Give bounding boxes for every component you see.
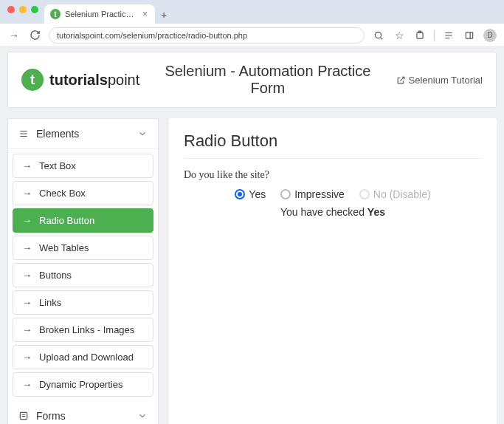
zoom-icon[interactable]: [372, 29, 385, 42]
radio-icon: [235, 189, 245, 199]
accordion-forms[interactable]: Forms: [8, 401, 158, 424]
nav-list: →Text Box→Check Box→Radio Button→Web Tab…: [8, 149, 158, 401]
sidebar-item-radio-button[interactable]: →Radio Button: [13, 208, 153, 233]
sidebar-item-upload-and-download[interactable]: →Upload and Download: [13, 345, 153, 369]
sidebar-item-label: Check Box: [39, 188, 86, 199]
browser-tab[interactable]: t Selenium Practice - Radio Bu ×: [44, 4, 155, 24]
arrow-right-icon: →: [22, 188, 32, 199]
svg-rect-1: [417, 32, 423, 38]
external-link-icon: [396, 75, 406, 85]
radio-label: Impressive: [294, 188, 345, 200]
radio-option-no-disable-: No (Disable): [359, 188, 431, 200]
sidebar-item-label: Links: [39, 297, 61, 308]
page-title: Selenium - Automation Practice Form: [147, 63, 388, 97]
accordion-label: Elements: [36, 128, 79, 140]
window-controls: [4, 0, 44, 24]
result-text: You have checked Yes: [280, 206, 385, 218]
address-bar: → tutorialspoint.com/selenium/practice/r…: [0, 24, 504, 47]
sidebar-item-web-tables[interactable]: →Web Tables: [13, 236, 153, 260]
sidebar-item-label: Dynamic Properties: [39, 379, 122, 390]
browser-tab-bar: t Selenium Practice - Radio Bu × +: [0, 0, 504, 24]
sidebar-item-label: Buttons: [39, 270, 72, 281]
arrow-right-icon: →: [22, 379, 32, 390]
radio-label: Yes: [249, 188, 266, 200]
arrow-right-icon: →: [22, 352, 32, 363]
menu-icon: [18, 129, 29, 139]
question-text: Do you like the site?: [184, 169, 482, 181]
separator: [434, 30, 435, 41]
tutorial-link-label: Selenium Tutorial: [409, 75, 483, 86]
radio-group: YesImpressiveNo (Disable): [235, 188, 430, 200]
tutorial-link[interactable]: Selenium Tutorial: [396, 75, 483, 86]
accordion-label: Forms: [36, 410, 66, 422]
arrow-right-icon: →: [22, 242, 32, 253]
main-content: Radio Button Do you like the site? YesIm…: [169, 118, 497, 424]
close-window-button[interactable]: [7, 6, 15, 13]
chevron-down-icon: [137, 411, 148, 421]
brand-text: tutorialspoint: [49, 72, 139, 89]
form-icon: [18, 411, 29, 421]
sidebar-item-broken-links-images[interactable]: →Broken Links - Images: [13, 318, 153, 342]
arrow-right-icon: →: [22, 160, 32, 171]
minimize-window-button[interactable]: [19, 6, 27, 13]
arrow-right-icon: →: [22, 270, 32, 281]
reload-button[interactable]: [28, 29, 41, 42]
radio-label: No (Disable): [373, 188, 431, 200]
brand-logo-icon: t: [21, 69, 44, 91]
new-tab-button[interactable]: +: [155, 9, 173, 24]
maximize-window-button[interactable]: [31, 6, 38, 13]
radio-option-impressive[interactable]: Impressive: [280, 188, 345, 200]
chevron-down-icon: [137, 129, 148, 139]
sidebar-item-links[interactable]: →Links: [13, 290, 153, 315]
radio-icon: [359, 189, 370, 199]
sidebar-item-label: Web Tables: [39, 242, 89, 253]
sidebar-item-check-box[interactable]: →Check Box: [13, 181, 153, 205]
extensions-icon[interactable]: [413, 29, 427, 42]
url-text: tutorialspoint.com/selenium/practice/rad…: [57, 31, 247, 40]
sidebar-item-dynamic-properties[interactable]: →Dynamic Properties: [13, 372, 153, 397]
panel-icon[interactable]: [463, 29, 476, 42]
tab-close-icon[interactable]: ×: [142, 9, 148, 19]
arrow-right-icon: →: [22, 215, 32, 226]
sidebar-item-label: Radio Button: [39, 215, 94, 226]
sidebar-item-label: Upload and Download: [39, 352, 134, 363]
sidebar: Elements →Text Box→Check Box→Radio Butto…: [7, 118, 159, 424]
url-field[interactable]: tutorialspoint.com/selenium/practice/rad…: [49, 27, 365, 44]
sidebar-item-text-box[interactable]: →Text Box: [13, 154, 153, 178]
profile-avatar[interactable]: D: [483, 29, 497, 42]
radio-option-yes[interactable]: Yes: [235, 188, 266, 200]
reader-icon[interactable]: [442, 29, 455, 42]
site-header: t tutorialspoint Selenium - Automation P…: [7, 52, 497, 108]
star-icon[interactable]: ☆: [393, 29, 406, 42]
toolbar-right: ☆ D: [372, 29, 497, 42]
svg-point-0: [375, 32, 381, 38]
brand[interactable]: t tutorialspoint: [21, 69, 139, 91]
arrow-right-icon: →: [22, 297, 32, 308]
svg-rect-3: [466, 32, 472, 38]
forward-button[interactable]: →: [7, 29, 21, 42]
content-heading: Radio Button: [184, 131, 482, 159]
tab-title: Selenium Practice - Radio Bu: [65, 10, 138, 18]
accordion-elements[interactable]: Elements: [8, 119, 158, 149]
arrow-right-icon: →: [22, 324, 32, 335]
sidebar-item-buttons[interactable]: →Buttons: [13, 263, 153, 287]
page-body: Elements →Text Box→Check Box→Radio Butto…: [0, 108, 504, 424]
radio-icon: [280, 189, 291, 199]
favicon: t: [50, 9, 61, 19]
sidebar-item-label: Text Box: [39, 160, 76, 171]
sidebar-item-label: Broken Links - Images: [39, 324, 134, 335]
